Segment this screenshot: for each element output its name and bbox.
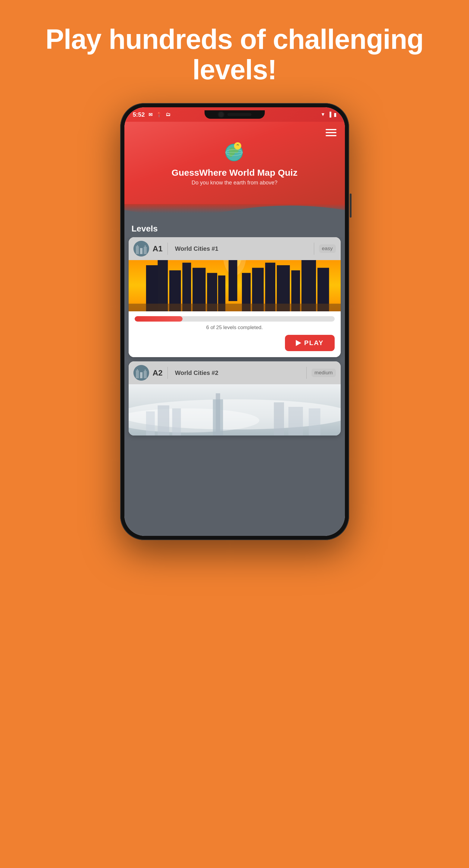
levels-section: Levels (124, 219, 345, 536)
level-a2-name: World Cities #2 (173, 370, 302, 376)
divider-a1 (167, 243, 168, 255)
svg-rect-49 (288, 407, 303, 435)
svg-rect-36 (136, 370, 139, 378)
level-a2-difficulty: medium (311, 369, 336, 377)
level-a2-id: A2 (153, 368, 163, 378)
level-a1-header: A1 World Cities #1 easy (129, 237, 341, 260)
svg-rect-9 (136, 246, 139, 254)
divider-a1-2 (314, 243, 314, 255)
svg-rect-46 (158, 405, 169, 435)
phone-mockup: 5:52 ✉ 📍 🗂 ▼ ▐ ▮ (120, 103, 349, 868)
svg-rect-50 (146, 411, 155, 435)
level-a1-progress: 6 of 25 levels completed. PLAY (129, 311, 341, 357)
svg-rect-40 (144, 370, 146, 371)
level-a1-icon (133, 241, 149, 256)
gmail-icon: ✉ (148, 112, 153, 118)
status-time: 5:52 (133, 111, 145, 118)
level-a2-image (129, 384, 341, 435)
progress-bar-fill-a1 (135, 316, 182, 321)
dubai-skyline-svg (129, 260, 341, 311)
svg-rect-11 (140, 248, 142, 254)
level-a1-difficulty: easy (319, 244, 336, 253)
phone-camera (218, 111, 225, 118)
fog-skyline-svg (129, 384, 341, 435)
levels-list: A1 World Cities #1 easy (124, 237, 345, 441)
phone-speaker (227, 113, 252, 116)
header-top-row (133, 129, 336, 136)
svg-rect-45 (213, 399, 223, 435)
svg-rect-38 (140, 372, 142, 378)
hero-text: Play hundreds of challenging levels! (0, 0, 469, 103)
app-header: ? GuessWhere World Map Quiz Do you know … (124, 122, 345, 204)
svg-rect-19 (228, 260, 237, 301)
progress-text-a1: 6 of 25 levels completed. (135, 324, 335, 331)
wave-transition (124, 204, 345, 219)
progress-bar-bg-a1 (135, 316, 335, 321)
wave-svg (124, 204, 345, 219)
play-triangle-icon (296, 340, 301, 346)
level-card-a2[interactable]: A2 World Cities #2 medium (129, 361, 341, 435)
levels-header: Levels (124, 219, 345, 237)
level-card-a1[interactable]: A1 World Cities #1 easy (129, 237, 341, 357)
signal-icon: ▐ (328, 112, 331, 117)
svg-rect-51 (308, 408, 320, 435)
phone-notch (204, 110, 265, 119)
svg-point-3 (230, 153, 233, 157)
play-button-label: PLAY (304, 339, 324, 347)
svg-rect-47 (172, 408, 181, 435)
level-a2-icon (133, 365, 149, 381)
svg-rect-10 (137, 245, 138, 246)
level-a2-header: A2 World Cities #2 medium (129, 361, 341, 384)
level-a1-name: World Cities #1 (173, 245, 309, 252)
app-logo: ? (223, 139, 247, 163)
svg-rect-37 (137, 369, 138, 370)
hamburger-line-3 (326, 135, 336, 136)
divider-a2 (167, 367, 168, 379)
svg-rect-39 (144, 371, 147, 378)
svg-rect-48 (274, 402, 284, 435)
phone-side-button (350, 193, 351, 218)
hamburger-line-2 (326, 132, 336, 133)
wifi-icon: ▼ (321, 112, 325, 117)
hamburger-menu-button[interactable] (326, 129, 336, 136)
level-a1-id: A1 (153, 244, 163, 253)
status-bar-right: ▼ ▐ ▮ (321, 112, 336, 118)
play-button-row-a1: PLAY (135, 335, 335, 351)
map-pin-icon: 📍 (156, 112, 162, 118)
app-subtitle: Do you know the earth from above? (192, 180, 277, 186)
wallet-icon: 🗂 (166, 112, 170, 117)
phone-screen: 5:52 ✉ 📍 🗂 ▼ ▐ ▮ (124, 107, 345, 536)
svg-rect-34 (129, 304, 341, 312)
divider-a2-2 (306, 367, 307, 379)
svg-rect-12 (144, 247, 147, 254)
app-title: GuessWhere World Map Quiz (172, 167, 298, 178)
level-a1-image (129, 260, 341, 311)
play-button-a1[interactable]: PLAY (285, 335, 335, 351)
svg-rect-13 (144, 245, 146, 247)
hamburger-line-1 (326, 129, 336, 130)
battery-icon: ▮ (334, 112, 336, 118)
status-bar-left: 5:52 ✉ 📍 🗂 (133, 111, 170, 118)
